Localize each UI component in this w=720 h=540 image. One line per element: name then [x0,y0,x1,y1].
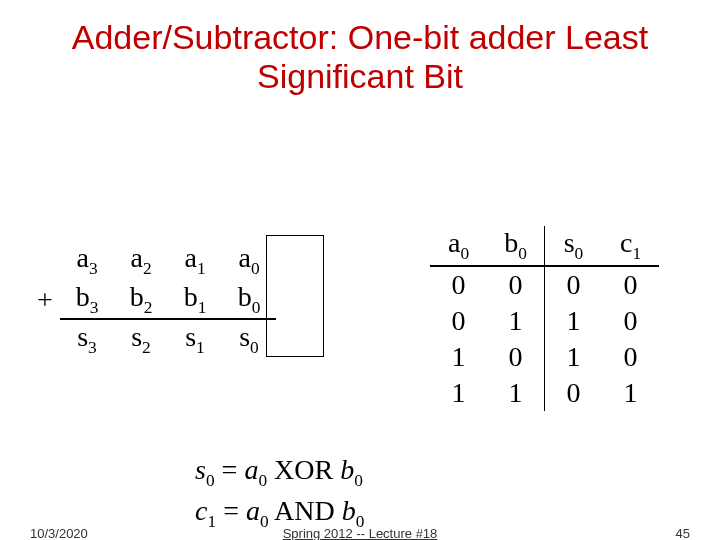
addition-diagram: a3 a2 a1 a0 + b3 b2 b1 b0 s3 s2 s1 [30,241,276,359]
table-row: 11 01 [430,375,659,411]
equation-s0: s0 = a0 XOR b0 [195,451,364,492]
footer-page-number: 45 [676,526,690,540]
plus-sign: + [30,280,60,320]
table-row: 10 10 [430,339,659,375]
equations: s0 = a0 XOR b0 c1 = a0 AND b0 [195,451,364,533]
truth-table: a0 b0 s0 c1 00 00 01 10 10 10 [430,226,659,411]
table-row: 00 00 [430,266,659,303]
slide-title: Adder/Subtractor: One-bit adder Least Si… [0,0,720,96]
table-row: 01 10 [430,303,659,339]
footer-center: Spring 2012 -- Lecture #18 [283,526,438,540]
